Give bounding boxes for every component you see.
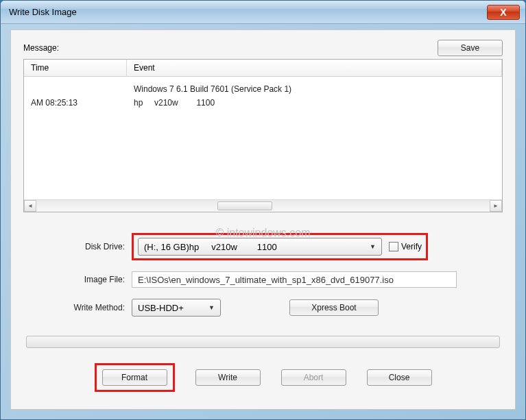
chevron-down-icon: ▼ bbox=[370, 243, 376, 250]
chevron-down-icon: ▼ bbox=[208, 304, 215, 311]
write-method-dropdown[interactable]: USB-HDD+ ▼ bbox=[132, 299, 221, 317]
cell-event-1: hp v210w 1100 bbox=[127, 97, 502, 108]
image-file-label: Image File: bbox=[23, 275, 132, 284]
write-method-label: Write Method: bbox=[23, 303, 132, 312]
close-window-button[interactable]: X bbox=[487, 5, 520, 20]
scroll-thumb[interactable] bbox=[217, 201, 272, 210]
disk-drive-label: Disk Drive: bbox=[23, 242, 132, 251]
write-method-value: USB-HDD+ bbox=[138, 303, 184, 313]
format-highlight: Format bbox=[95, 363, 175, 392]
disk-drive-highlight: (H:, 16 GB)hp v210w 1100 ▼ Verify bbox=[132, 233, 428, 260]
table-row: AM 08:25:13 hp v210w 1100 bbox=[24, 96, 502, 110]
write-button[interactable]: Write bbox=[195, 369, 261, 386]
message-table: Time Event Windows 7 6.1 Build 7601 (Ser… bbox=[23, 59, 503, 212]
table-body: Windows 7 6.1 Build 7601 (Service Pack 1… bbox=[24, 77, 502, 199]
image-file-input[interactable]: E:\ISOs\en_windows_7_ultimate_with_sp1_x… bbox=[132, 271, 457, 288]
table-header-event[interactable]: Event bbox=[127, 60, 502, 76]
abort-button: Abort bbox=[281, 369, 346, 386]
xpress-boot-button[interactable]: Xpress Boot bbox=[289, 299, 379, 316]
verify-label: Verify bbox=[401, 242, 422, 251]
titlebar: Write Disk Image X bbox=[1, 1, 525, 24]
scroll-right-icon[interactable]: ► bbox=[490, 200, 502, 212]
scroll-left-icon[interactable]: ◄ bbox=[24, 200, 36, 212]
save-button[interactable]: Save bbox=[438, 40, 503, 56]
table-header-time[interactable]: Time bbox=[24, 60, 127, 76]
cell-time-0 bbox=[24, 84, 127, 95]
cell-event-0: Windows 7 6.1 Build 7601 (Service Pack 1… bbox=[127, 84, 502, 95]
close-icon: X bbox=[500, 7, 506, 18]
message-label: Message: bbox=[23, 43, 59, 53]
cell-time-1: AM 08:25:13 bbox=[24, 97, 127, 108]
table-row: Windows 7 6.1 Build 7601 (Service Pack 1… bbox=[24, 82, 502, 96]
disk-drive-value: (H:, 16 GB)hp v210w 1100 bbox=[144, 242, 277, 252]
verify-checkbox[interactable] bbox=[389, 242, 398, 251]
horizontal-scrollbar[interactable]: ◄ ► bbox=[24, 199, 502, 212]
format-button[interactable]: Format bbox=[102, 369, 167, 386]
disk-drive-dropdown[interactable]: (H:, 16 GB)hp v210w 1100 ▼ bbox=[138, 238, 382, 256]
close-button[interactable]: Close bbox=[367, 369, 432, 386]
window-title: Write Disk Image bbox=[9, 7, 77, 17]
progress-bar bbox=[26, 336, 500, 348]
